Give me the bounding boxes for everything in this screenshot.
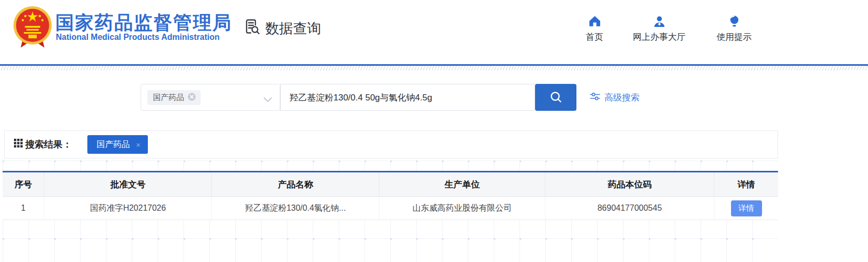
- chip-remove-icon[interactable]: [188, 93, 196, 103]
- search-input[interactable]: [280, 84, 535, 111]
- col-header-detail: 详情: [714, 172, 778, 196]
- advanced-search-label: 高级搜索: [604, 92, 639, 104]
- nav-tips-label: 使用提示: [698, 31, 770, 43]
- search-button[interactable]: [535, 84, 576, 111]
- cell-manufacturer: 山东威高药业股份有限公司: [379, 197, 545, 220]
- nmpa-emblem-icon: [12, 5, 53, 52]
- nav-item-home[interactable]: 首页: [558, 14, 631, 43]
- results-label-group: 搜索结果：: [14, 138, 72, 151]
- filter-tag-close-icon[interactable]: ×: [136, 140, 141, 149]
- data-query-title[interactable]: 数据查询: [243, 18, 321, 39]
- cell-no: 1: [3, 197, 44, 220]
- brand-title: 国家药品监督管理局: [55, 10, 232, 36]
- results-filter-tag-label: 国产药品: [97, 139, 130, 150]
- col-header-code: 药品本位码: [545, 172, 714, 196]
- category-chip-label: 国产药品: [153, 93, 184, 103]
- nav-item-service-hall[interactable]: 网上办事大厅: [623, 14, 695, 43]
- user-icon: [623, 14, 695, 29]
- search-icon: [549, 90, 563, 106]
- category-dropdown[interactable]: 国产药品: [141, 84, 280, 111]
- col-header-no: 序号: [3, 172, 44, 196]
- table-header-row: 序号 批准文号 产品名称 生产单位 药品本位码 详情: [3, 172, 778, 197]
- bulb-icon: [698, 14, 770, 29]
- sliders-icon: [590, 92, 600, 104]
- cell-product: 羟乙基淀粉130/0.4氯化钠...: [212, 197, 379, 220]
- data-query-label: 数据查询: [265, 19, 321, 38]
- search-results-bar: 搜索结果： 国产药品 ×: [4, 130, 778, 158]
- cell-approval: 国药准字H20217026: [44, 197, 212, 220]
- results-filter-tag[interactable]: 国产药品 ×: [87, 135, 148, 154]
- category-chip: 国产药品: [147, 90, 201, 105]
- nav-home-label: 首页: [558, 31, 631, 43]
- table-row: 1 国药准字H20217026 羟乙基淀粉130/0.4氯化钠... 山东威高药…: [3, 197, 778, 220]
- document-search-icon: [243, 18, 261, 39]
- nav-hall-label: 网上办事大厅: [623, 31, 695, 43]
- chevron-down-icon: [264, 95, 272, 105]
- grid-icon: [14, 139, 23, 150]
- results-table: 序号 批准文号 产品名称 生产单位 药品本位码 详情 1 国药准字H202170…: [3, 171, 778, 220]
- col-header-approval: 批准文号: [44, 172, 212, 196]
- nav-item-usage-tips[interactable]: 使用提示: [698, 14, 770, 43]
- col-header-manufacturer: 生产单位: [379, 172, 545, 196]
- results-label: 搜索结果：: [25, 138, 72, 151]
- hatch-stripe: [0, 66, 868, 70]
- detail-button[interactable]: 详情: [731, 200, 762, 216]
- col-header-product: 产品名称: [212, 172, 379, 196]
- cell-code: 86904177000545: [545, 197, 714, 220]
- home-icon: [558, 14, 631, 29]
- brand-subtitle: National Medical Products Administration: [56, 33, 220, 42]
- advanced-search-link[interactable]: 高级搜索: [590, 92, 639, 104]
- cell-detail: 详情: [714, 197, 778, 220]
- header: 国家药品监督管理局 National Medical Products Admi…: [0, 0, 868, 64]
